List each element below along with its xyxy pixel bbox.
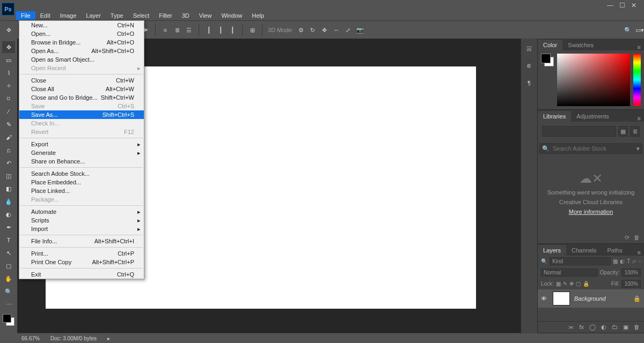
rectangle-tool[interactable]: ▢ xyxy=(2,260,15,272)
distribute-vcenter-icon[interactable]: ≣ xyxy=(173,26,181,34)
zoom-level[interactable]: 66.67% xyxy=(21,335,40,341)
menu-item-browse-in-bridge[interactable]: Browse in Bridge...Alt+Ctrl+O xyxy=(19,38,144,47)
opacity-value[interactable]: 100% xyxy=(621,269,641,277)
blend-mode-select[interactable]: Normal xyxy=(541,269,598,277)
menu-item-close-all[interactable]: Close AllAlt+Ctrl+W xyxy=(19,85,144,93)
fg-bg-color-swatch[interactable] xyxy=(3,314,14,326)
lock-transparency-icon[interactable]: ▦ xyxy=(556,281,561,287)
filter-smart-icon[interactable]: ▫ xyxy=(639,258,641,264)
magic-wand-tool[interactable]: ✧ xyxy=(2,80,15,92)
menu-filter[interactable]: Filter xyxy=(154,11,177,20)
library-more-info-link[interactable]: More information xyxy=(569,208,613,215)
document-info[interactable]: Doc: 3.00M/0 bytes xyxy=(50,335,97,341)
tab-paths[interactable]: Paths xyxy=(602,245,628,256)
pen-tool[interactable]: ✒ xyxy=(2,221,15,233)
menu-item-share-on-behance[interactable]: Share on Behance... xyxy=(19,157,144,166)
color-picker-field[interactable] xyxy=(557,54,630,106)
menu-view[interactable]: View xyxy=(194,11,217,20)
layer-lock-icon[interactable]: 🔒 xyxy=(633,295,641,302)
menu-select[interactable]: Select xyxy=(128,11,155,20)
layers-panel-menu-icon[interactable]: ≡ xyxy=(634,249,644,256)
menu-image[interactable]: Image xyxy=(55,11,82,20)
layer-row-background[interactable]: 👁 Background 🔒 xyxy=(538,289,644,308)
lock-pixels-icon[interactable]: ✎ xyxy=(563,281,567,287)
menu-help[interactable]: Help xyxy=(247,11,269,20)
menu-item-export[interactable]: Export▸ xyxy=(19,140,144,148)
distribute-left-icon[interactable]: ┃ xyxy=(204,26,213,34)
maximize-button[interactable]: ☐ xyxy=(616,2,628,9)
menu-item-close-and-go-to-bridge[interactable]: Close and Go to Bridge...Shift+Ctrl+W xyxy=(19,93,144,102)
path-selection-tool[interactable]: ↖ xyxy=(2,247,15,259)
tab-adjustments[interactable]: Adjustments xyxy=(571,111,614,122)
healing-brush-tool[interactable]: ✎ xyxy=(2,118,15,130)
gradient-tool[interactable]: ◧ xyxy=(2,183,15,195)
edit-toolbar-icon[interactable]: ⋯ xyxy=(2,299,15,310)
delete-layer-icon[interactable]: 🗑 xyxy=(634,324,640,331)
link-layers-icon[interactable]: ⫘ xyxy=(568,324,574,331)
tab-libraries[interactable]: Libraries xyxy=(538,111,571,122)
character-panel-icon[interactable]: ¶ xyxy=(524,78,534,88)
tab-color[interactable]: Color xyxy=(538,40,562,50)
menu-item-new[interactable]: New...Ctrl+N xyxy=(19,21,144,29)
menu-window[interactable]: Window xyxy=(216,11,247,20)
adjustment-layer-icon[interactable]: ◐ xyxy=(601,324,606,331)
library-search-input[interactable] xyxy=(552,145,634,152)
tab-layers[interactable]: Layers xyxy=(538,245,566,256)
distribute-right-icon[interactable]: ┃ xyxy=(228,26,237,34)
lock-position-icon[interactable]: ✥ xyxy=(569,281,574,287)
lasso-tool[interactable]: ⌇ xyxy=(2,67,15,79)
3d-orbit-icon[interactable]: ⚙ xyxy=(297,26,305,34)
menu-item-automate[interactable]: Automate▸ xyxy=(19,207,144,216)
layer-group-icon[interactable]: 🗀 xyxy=(612,324,618,331)
distribute-top-icon[interactable]: ≡ xyxy=(161,26,170,34)
blur-tool[interactable]: 💧 xyxy=(2,196,15,207)
fill-value[interactable]: 100% xyxy=(621,280,641,288)
type-tool[interactable]: T xyxy=(2,234,15,246)
hand-tool[interactable]: ✋ xyxy=(2,273,15,285)
auto-align-icon[interactable]: ⊞ xyxy=(248,26,257,34)
library-sync-icon[interactable]: ⟳ xyxy=(625,234,630,241)
menu-type[interactable]: Type xyxy=(106,11,128,20)
library-trash-icon[interactable]: 🗑 xyxy=(634,234,640,241)
minimize-button[interactable]: — xyxy=(604,2,616,9)
lock-all-icon[interactable]: 🔒 xyxy=(583,281,589,287)
status-arrow-icon[interactable]: ▸ xyxy=(107,335,110,341)
menu-item-search-adobe-stock[interactable]: Search Adobe Stock... xyxy=(19,169,144,178)
menu-item-open-as-smart-object[interactable]: Open as Smart Object... xyxy=(19,55,144,64)
crop-tool[interactable]: ⌑ xyxy=(2,93,15,105)
menu-item-open[interactable]: Open...Ctrl+O xyxy=(19,29,144,38)
layer-filter-icon[interactable]: 🔍 xyxy=(541,258,547,264)
libraries-panel-menu-icon[interactable]: ≡ xyxy=(634,115,644,122)
brush-tool[interactable]: 🖌 xyxy=(2,131,15,143)
properties-panel-icon[interactable]: ⚟ xyxy=(524,61,534,71)
distribute-bottom-icon[interactable]: ☰ xyxy=(185,26,193,34)
menu-item-generate[interactable]: Generate▸ xyxy=(19,148,144,157)
menu-item-scripts[interactable]: Scripts▸ xyxy=(19,216,144,225)
menu-item-save-as[interactable]: Save As...Shift+Ctrl+S xyxy=(19,110,144,119)
menu-item-place-linked[interactable]: Place Linked... xyxy=(19,187,144,195)
color-fg-bg-swatch[interactable] xyxy=(541,54,554,66)
3d-zoom-icon[interactable]: ⤢ xyxy=(344,26,353,34)
close-button[interactable]: ✕ xyxy=(628,2,640,9)
search-icon[interactable]: 🔍 xyxy=(624,26,632,34)
zoom-tool[interactable]: 🔍 xyxy=(2,286,15,297)
library-grid-view-icon[interactable]: ▦ xyxy=(618,126,628,137)
layer-name[interactable]: Background xyxy=(574,295,606,302)
move-tool[interactable]: ✥ xyxy=(2,41,15,53)
tab-swatches[interactable]: Swatches xyxy=(562,40,599,50)
layer-visibility-icon[interactable]: 👁 xyxy=(541,295,548,302)
3d-slide-icon[interactable]: ↔ xyxy=(332,26,341,34)
filter-adjustment-icon[interactable]: ◐ xyxy=(620,258,625,264)
3d-pan-icon[interactable]: ✥ xyxy=(320,26,329,34)
search-dropdown-icon[interactable]: ▾ xyxy=(636,145,640,152)
menu-item-print[interactable]: Print...Ctrl+P xyxy=(19,249,144,258)
eyedropper-tool[interactable]: ⁄ xyxy=(2,106,15,117)
clone-stamp-tool[interactable]: ⎌ xyxy=(2,144,15,156)
marquee-tool[interactable]: ▭ xyxy=(2,54,15,66)
dodge-tool[interactable]: ◐ xyxy=(2,208,15,220)
menu-layer[interactable]: Layer xyxy=(81,11,106,20)
filter-pixel-icon[interactable]: ▩ xyxy=(613,258,618,264)
color-panel-menu-icon[interactable]: ≡ xyxy=(634,44,644,50)
3d-camera-icon[interactable]: 📷 xyxy=(356,26,364,34)
lock-artboard-icon[interactable]: ▢ xyxy=(576,281,581,287)
